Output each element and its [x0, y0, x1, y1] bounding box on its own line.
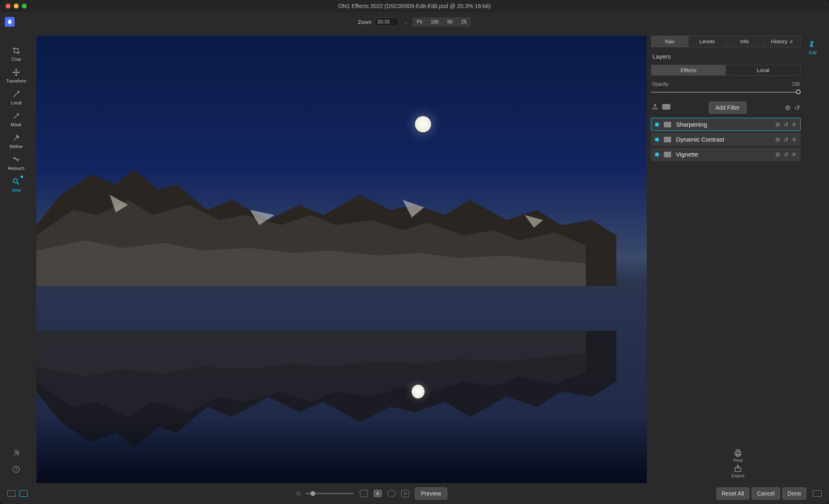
- cancel-button[interactable]: Cancel: [752, 487, 780, 500]
- transform-tool[interactable]: Transform: [4, 66, 28, 86]
- add-filter-button[interactable]: Add Filter: [709, 102, 747, 114]
- filter-enable-dot[interactable]: [655, 138, 659, 142]
- reset-icon[interactable]: ↺: [795, 104, 800, 112]
- history-tab[interactable]: History ↺: [763, 36, 800, 47]
- svg-rect-6: [662, 104, 670, 110]
- preview-button[interactable]: Preview: [415, 487, 447, 500]
- share-icon[interactable]: [12, 449, 20, 459]
- reset-all-button[interactable]: Reset All: [716, 487, 749, 500]
- filter-delete-icon[interactable]: ✕: [792, 121, 797, 128]
- local-tool[interactable]: Local: [4, 87, 28, 108]
- filter-enable-dot[interactable]: [655, 152, 659, 157]
- zoom-fit-button[interactable]: Fit: [413, 18, 427, 26]
- soft-proof-button[interactable]: [387, 490, 395, 497]
- filter-settings-icon[interactable]: ⚙: [775, 136, 780, 143]
- effects-subtab[interactable]: Effects: [651, 65, 726, 75]
- mask-tool[interactable]: Mask: [4, 109, 28, 129]
- filter-reset-icon[interactable]: ↺: [784, 136, 789, 143]
- layers-title: Layers: [651, 51, 801, 65]
- done-button[interactable]: Done: [782, 487, 806, 500]
- toolbar: Zoom ⌄ Fit 100 50 25: [0, 12, 829, 32]
- undo-icon: ↺: [788, 40, 793, 44]
- local-icon: [12, 90, 21, 99]
- thumbnail-view-button[interactable]: [813, 490, 822, 497]
- mask-view-button[interactable]: [360, 490, 368, 497]
- filter-reset-icon[interactable]: ↺: [784, 121, 789, 128]
- image-canvas[interactable]: [36, 36, 647, 483]
- brush-size-slider[interactable]: [306, 493, 354, 494]
- svg-point-2: [13, 179, 17, 183]
- layer-subtabs: Effects Local: [651, 65, 801, 76]
- filter-reset-icon[interactable]: ↺: [784, 151, 789, 158]
- filter-mask-icon[interactable]: [664, 122, 671, 127]
- footer: A Preview Reset All Cancel Done: [0, 483, 829, 504]
- svg-rect-10: [735, 452, 741, 455]
- edit-tool[interactable]: Edit: [801, 37, 825, 57]
- retouch-icon: [12, 155, 21, 164]
- nav-tab[interactable]: Nav: [651, 36, 689, 47]
- help-icon[interactable]: [12, 465, 20, 475]
- svg-point-9: [811, 46, 812, 47]
- text-overlay-button[interactable]: A: [374, 490, 382, 497]
- svg-rect-11: [736, 450, 740, 452]
- single-view-button[interactable]: [7, 490, 15, 497]
- maximize-window-button[interactable]: [22, 4, 27, 8]
- moon-reflection-in-image: [412, 385, 425, 398]
- filter-settings-icon[interactable]: ⚙: [775, 121, 780, 128]
- opacity-slider[interactable]: [651, 89, 801, 96]
- filter-mask-icon[interactable]: [664, 137, 671, 142]
- export-button[interactable]: Export: [731, 464, 744, 478]
- refine-tool[interactable]: Refine: [4, 131, 28, 151]
- zoom-presets: Fit 100 50 25: [412, 17, 471, 26]
- filter-delete-icon[interactable]: ✕: [792, 151, 797, 158]
- filter-vignette[interactable]: Vignette ⚙ ↺ ✕: [651, 148, 801, 161]
- opacity-value: 100: [792, 81, 800, 87]
- titlebar: ON1 Effects 2022 (DSC00909-Edit-Edit.psd…: [0, 0, 829, 12]
- svg-point-4: [17, 452, 19, 453]
- svg-point-8: [812, 42, 813, 43]
- info-tab[interactable]: Info: [726, 36, 763, 47]
- zoom-input[interactable]: [375, 17, 399, 26]
- levels-tab[interactable]: Levels: [689, 36, 726, 47]
- minimize-window-button[interactable]: [14, 4, 19, 8]
- clipping-button[interactable]: [401, 490, 409, 497]
- crop-icon: [12, 46, 21, 55]
- mask-icon-small[interactable]: [662, 104, 670, 111]
- zoom-dropdown-icon[interactable]: ⌄: [402, 19, 409, 25]
- zoom-100-button[interactable]: 100: [427, 18, 443, 26]
- export-preset-icon[interactable]: [652, 104, 658, 112]
- filter-sharpening[interactable]: Sharpening ⚙ ↺ ✕: [651, 118, 801, 131]
- filter-delete-icon[interactable]: ✕: [792, 136, 797, 143]
- moon-in-image: [415, 116, 431, 132]
- svg-point-3: [15, 450, 17, 453]
- left-toolbar: Crop Transform Local Mask Refine Retouch: [0, 32, 32, 483]
- svg-point-7: [811, 44, 812, 45]
- retouch-tool[interactable]: Retouch: [4, 153, 28, 173]
- print-button[interactable]: Print: [733, 449, 743, 463]
- opacity-label: Opacity: [652, 81, 668, 87]
- svg-point-1: [17, 159, 19, 161]
- zoom-label: Zoom: [358, 19, 371, 25]
- window-title: ON1 Effects 2022 (DSC00909-Edit-Edit.psd…: [0, 3, 829, 9]
- close-window-button[interactable]: [6, 4, 11, 8]
- view-tool[interactable]: View: [4, 175, 28, 195]
- edit-icon: [808, 40, 817, 49]
- view-icon: [12, 177, 21, 186]
- settings-icon[interactable]: ⚙: [785, 104, 791, 112]
- mask-icon: [12, 112, 21, 121]
- small-size-icon: [297, 492, 300, 495]
- compare-view-button[interactable]: [19, 490, 28, 497]
- panel-tabs: Nav Levels Info History ↺: [651, 36, 801, 47]
- zoom-50-button[interactable]: 50: [443, 18, 457, 26]
- filter-settings-icon[interactable]: ⚙: [775, 151, 780, 158]
- zoom-25-button[interactable]: 25: [457, 18, 470, 26]
- filter-mask-icon[interactable]: [664, 152, 671, 157]
- filter-enable-dot[interactable]: [655, 123, 659, 127]
- crop-tool[interactable]: Crop: [4, 44, 28, 64]
- app-icon[interactable]: [5, 17, 15, 27]
- refine-icon: [12, 133, 21, 142]
- filter-dynamic-contrast[interactable]: Dynamic Contrast ⚙ ↺ ✕: [651, 133, 801, 146]
- local-subtab[interactable]: Local: [726, 65, 800, 75]
- transform-icon: [12, 68, 21, 77]
